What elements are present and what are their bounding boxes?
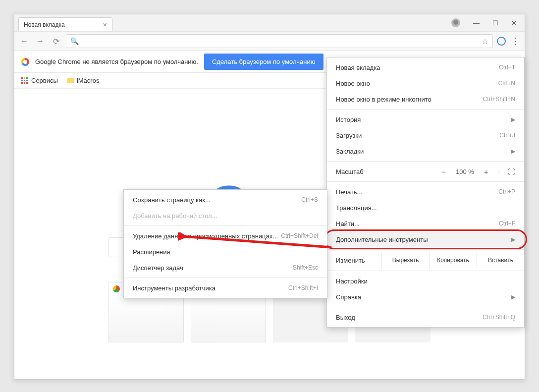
menu-settings[interactable]: Настройки — [327, 273, 524, 289]
zoom-in-button[interactable]: + — [482, 168, 490, 176]
browser-tab[interactable]: Новая вкладка × — [18, 17, 112, 31]
forward-icon[interactable]: → — [34, 35, 46, 47]
menu-edit-row: Изменить Вырезать Копировать Вставить — [327, 252, 524, 269]
menu-edit-label: Изменить — [327, 252, 381, 269]
menu-separator — [327, 249, 524, 250]
chrome-window: Новая вкладка × — ☐ ✕ ← → ⟳ 🔍 ☆ ⋮ Google… — [14, 14, 525, 380]
menu-separator — [327, 307, 524, 307]
chrome-logo-icon — [21, 58, 29, 66]
tab-title: Новая вкладка — [24, 21, 65, 28]
menu-more-tools[interactable]: Дополнительные инструменты ▶ — [327, 231, 524, 247]
profile-avatar-icon[interactable] — [451, 18, 460, 27]
chevron-right-icon: ▶ — [511, 294, 515, 300]
maximize-icon[interactable]: ☐ — [492, 19, 498, 27]
zoom-out-button[interactable]: − — [439, 168, 448, 176]
menu-find[interactable]: Найти...Ctrl+F — [327, 216, 524, 231]
chevron-right-icon: ▶ — [511, 236, 515, 243]
menu-cut-button[interactable]: Вырезать — [381, 252, 429, 269]
menu-new-window[interactable]: Новое окноCtrl+N — [327, 75, 524, 91]
chrome-favicon-icon — [113, 285, 120, 292]
search-icon: 🔍 — [70, 37, 79, 45]
apps-grid-icon — [21, 77, 28, 84]
chrome-main-menu: Новая вкладкаCtrl+T Новое окноCtrl+N Нов… — [326, 57, 525, 328]
chrome-menu-button[interactable]: ⋮ — [510, 36, 521, 47]
menu-help[interactable]: Справка▶ — [327, 289, 524, 305]
bookmark-apps[interactable]: Сервисы — [21, 77, 58, 84]
bookmark-apps-label: Сервисы — [31, 77, 58, 84]
tile-thumbnail — [191, 295, 266, 342]
tile-thumbnail — [109, 295, 183, 342]
extension-icon[interactable] — [497, 37, 506, 46]
menu-copy-button[interactable]: Копировать — [429, 252, 477, 269]
menu-cast[interactable]: Трансляция... — [327, 200, 524, 216]
infobar-text: Google Chrome не является браузером по у… — [35, 58, 198, 65]
chevron-right-icon: ▶ — [511, 148, 515, 155]
menu-print[interactable]: Печать...Ctrl+P — [327, 184, 524, 200]
close-window-icon[interactable]: ✕ — [511, 19, 517, 27]
submenu-task-manager[interactable]: Диспетчер задачShift+Esc — [124, 260, 327, 276]
fullscreen-icon[interactable]: ⛶ — [508, 168, 515, 176]
window-controls: — ☐ ✕ — [443, 14, 525, 31]
set-default-browser-button[interactable]: Сделать браузером по умолчанию — [204, 54, 323, 70]
back-icon[interactable]: ← — [18, 35, 30, 47]
bookmark-folder-imacros[interactable]: iMacros — [67, 77, 100, 84]
menu-zoom: Масштаб − 100 % + | ⛶ — [327, 164, 524, 179]
menu-history[interactable]: История▶ — [327, 112, 524, 127]
menu-exit[interactable]: ВыходCtrl+Shift+Q — [327, 309, 524, 325]
menu-new-tab[interactable]: Новая вкладкаCtrl+T — [327, 59, 524, 75]
submenu-developer-tools[interactable]: Инструменты разработчикаCtrl+Shift+I — [124, 280, 327, 296]
reload-icon[interactable]: ⟳ — [50, 35, 62, 47]
bookmark-star-icon[interactable]: ☆ — [482, 37, 488, 46]
menu-separator — [327, 181, 524, 182]
menu-separator — [327, 109, 524, 110]
folder-icon — [67, 78, 74, 83]
more-tools-submenu: Сохранить страницу как...Ctrl+S Добавить… — [123, 189, 327, 298]
menu-separator — [124, 225, 327, 226]
tabstrip: Новая вкладка × — ☐ ✕ — [14, 14, 525, 31]
toolbar: ← → ⟳ 🔍 ☆ ⋮ — [14, 31, 525, 51]
bookmark-folder-label: iMacros — [77, 77, 100, 84]
close-tab-icon[interactable]: × — [103, 21, 107, 29]
submenu-extensions[interactable]: Расширения — [124, 244, 327, 260]
menu-incognito[interactable]: Новое окно в режиме инкогнитоCtrl+Shift+… — [327, 91, 524, 107]
menu-separator — [327, 161, 524, 162]
menu-bookmarks[interactable]: Закладки▶ — [327, 143, 524, 159]
minimize-icon[interactable]: — — [473, 19, 480, 27]
menu-downloads[interactable]: ЗагрузкиCtrl+J — [327, 127, 524, 143]
menu-separator — [327, 271, 524, 271]
submenu-add-to-desktop: Добавить на рабочий стол... — [124, 208, 327, 224]
submenu-save-page-as[interactable]: Сохранить страницу как...Ctrl+S — [124, 192, 327, 208]
zoom-value: 100 % — [456, 168, 474, 175]
submenu-clear-browsing-data[interactable]: Удаление данных о просмотренных страница… — [124, 228, 327, 244]
menu-paste-button[interactable]: Вставить — [477, 252, 524, 269]
omnibox[interactable]: 🔍 ☆ — [66, 34, 493, 48]
menu-separator — [124, 278, 327, 278]
chevron-right-icon: ▶ — [511, 116, 515, 123]
